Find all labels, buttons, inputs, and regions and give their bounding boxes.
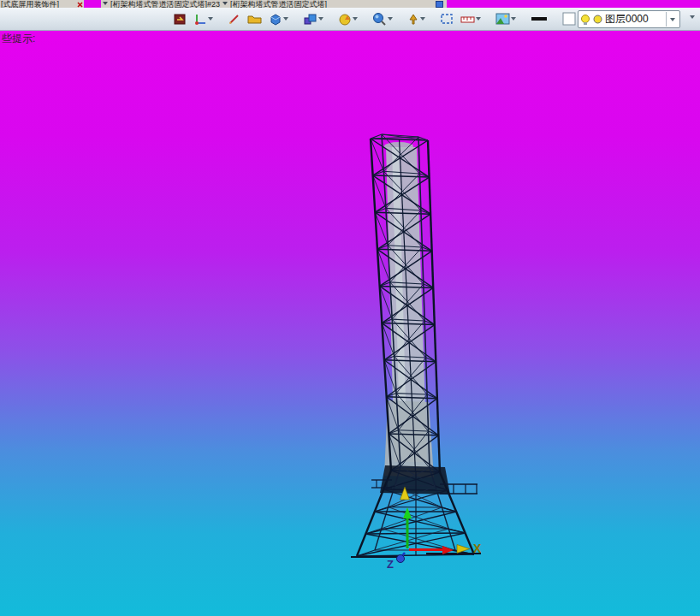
document-tab-2[interactable]: [桁架构塔式管道活固定式塔]#23 [桁架构塔式管道活固定式塔]	[101, 0, 438, 8]
document-icon	[436, 1, 443, 8]
document-tab-2-label: [桁架构塔式管道活固定式塔]#23	[110, 0, 220, 8]
z-axis-label: Z	[387, 558, 394, 571]
render-sphere-button[interactable]	[371, 10, 394, 27]
solid-cube-icon	[269, 13, 282, 26]
coordinate-axes-icon	[193, 13, 207, 26]
toolbar-overflow-chevron-icon[interactable]	[690, 15, 695, 19]
close-icon[interactable]	[77, 1, 83, 8]
chevron-down-icon[interactable]	[283, 17, 288, 21]
line-width-icon	[531, 15, 548, 22]
coordinate-axes-button[interactable]	[192, 10, 215, 27]
scene-image-icon	[495, 13, 510, 25]
chevron-down-icon[interactable]	[388, 17, 393, 21]
layer-color-icon	[593, 15, 602, 24]
line-width-button[interactable]	[529, 10, 549, 27]
color-swatch-icon	[562, 12, 576, 26]
chevron-down-icon[interactable]	[420, 17, 425, 21]
layer-combo[interactable]: 图层0000	[578, 10, 680, 28]
solid-cube-button[interactable]	[267, 10, 290, 27]
return-board-button[interactable]	[171, 10, 188, 27]
return-board-icon	[173, 13, 187, 26]
document-tab-1-label: [式底屏用装饰件]	[1, 0, 59, 8]
part-folder-button[interactable]	[246, 10, 264, 27]
ruler-button[interactable]	[459, 10, 483, 27]
bulb-icon	[580, 14, 590, 26]
viewport-3d[interactable]	[0, 30, 700, 616]
render-sphere-icon	[372, 12, 387, 26]
chevron-down-icon[interactable]	[511, 17, 516, 21]
x-axis-label: X	[473, 542, 481, 555]
color-swatch-button[interactable]	[561, 10, 578, 27]
chevron-down-icon[interactable]	[353, 17, 358, 21]
chevron-down-icon[interactable]	[476, 17, 481, 21]
ruler-icon	[460, 14, 475, 25]
scene-image-button[interactable]	[494, 10, 518, 27]
window-select-icon	[440, 13, 454, 25]
marker-pin-icon	[407, 13, 419, 26]
section-pie-button[interactable]	[336, 10, 359, 27]
assembly-cubes-icon	[303, 13, 317, 26]
chevron-down-icon	[670, 18, 675, 21]
chevron-down-icon[interactable]	[222, 2, 228, 5]
marker-pin-button[interactable]	[406, 10, 427, 27]
section-pie-icon	[338, 13, 352, 26]
sketch-pen-button[interactable]	[226, 10, 242, 27]
sketch-pen-icon	[228, 13, 240, 26]
layer-combo-dropdown[interactable]	[666, 12, 678, 27]
document-tab-strip: [式底屏用装饰件] [桁架构塔式管道活固定式塔]#23 [桁架构塔式管道活固定式…	[0, 0, 700, 8]
chevron-down-icon[interactable]	[208, 17, 213, 21]
document-tab-mini[interactable]	[432, 0, 447, 8]
document-tab-1[interactable]: [式底屏用装饰件]	[0, 0, 84, 8]
main-toolbar: 图层0000	[0, 8, 700, 31]
chevron-down-icon[interactable]	[103, 2, 108, 5]
part-folder-icon	[247, 13, 262, 25]
document-tab-3-label: [桁架构塔式管道活固定式塔]	[230, 0, 327, 8]
chevron-down-icon[interactable]	[318, 17, 323, 21]
assembly-cubes-button[interactable]	[301, 10, 325, 27]
layer-name: 图层0000	[605, 12, 663, 27]
prompt-label: 些提示:	[2, 32, 35, 46]
window-select-button[interactable]	[438, 10, 455, 27]
app-window: [式底屏用装饰件] [桁架构塔式管道活固定式塔]#23 [桁架构塔式管道活固定式…	[0, 0, 700, 616]
